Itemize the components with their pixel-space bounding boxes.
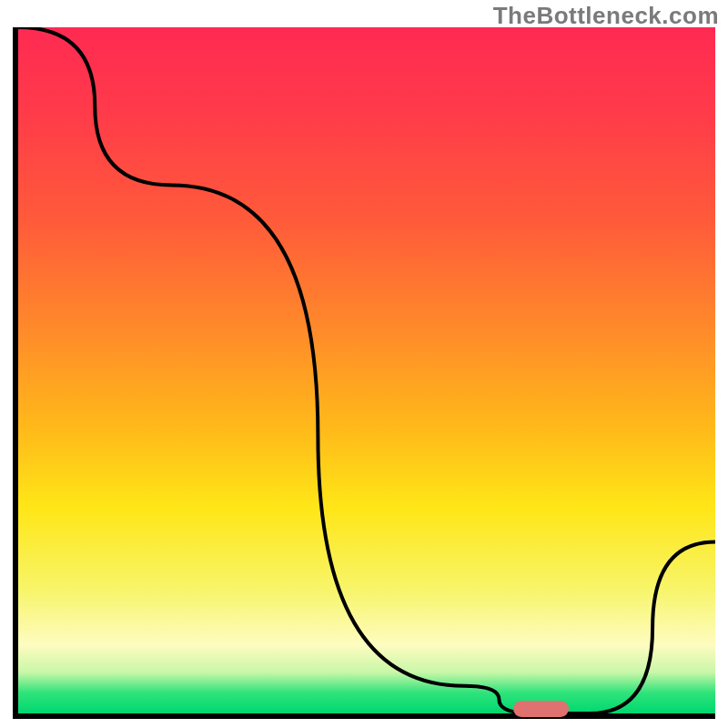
curve-path: [18, 27, 715, 713]
watermark-text: TheBottleneck.com: [493, 2, 719, 30]
bottleneck-curve: [18, 27, 715, 713]
plot-frame: [13, 27, 715, 719]
optimum-marker: [513, 701, 569, 717]
chart-stage: TheBottleneck.com: [0, 0, 728, 728]
